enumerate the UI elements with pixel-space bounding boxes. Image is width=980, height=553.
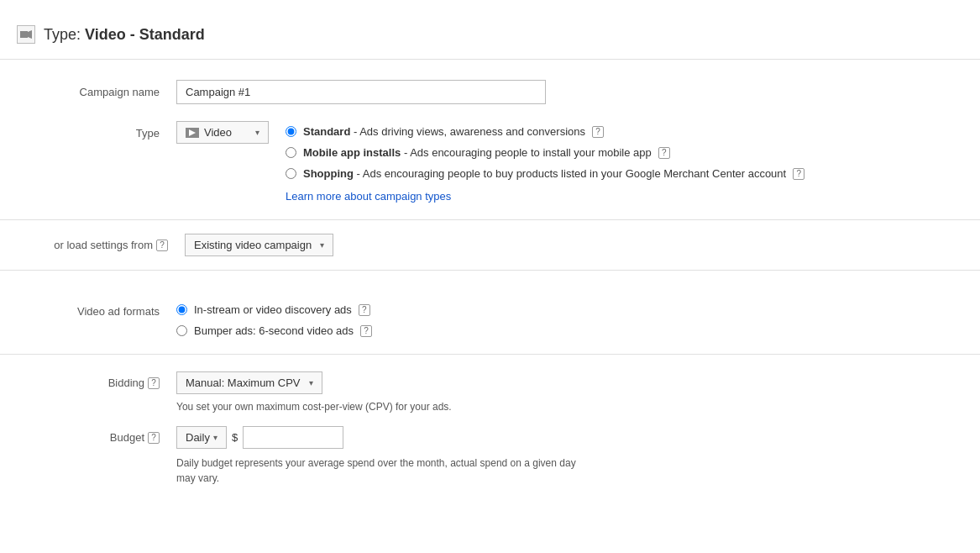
instream-help-icon[interactable]: ?: [359, 304, 370, 316]
bidding-dropdown[interactable]: Manual: Maximum CPV ▾: [176, 371, 322, 394]
dollar-sign: $: [232, 431, 238, 444]
learn-more-link[interactable]: Learn more about campaign types: [286, 190, 804, 203]
budget-amount-input[interactable]: [243, 426, 343, 449]
load-settings-row: or load settings from ? Existing video c…: [0, 219, 980, 271]
radio-shopping[interactable]: [286, 168, 296, 179]
radio-item-shopping: Shopping - Ads encouraging people to buy…: [286, 167, 804, 180]
type-control: Video ▾ Standard - Ads driving views, aw…: [176, 121, 963, 203]
type-dropdown-arrow: ▾: [255, 128, 259, 137]
bidding-dropdown-arrow: ▾: [309, 378, 313, 387]
radio-standard-label[interactable]: Standard - Ads driving views, awareness …: [303, 125, 585, 138]
radio-mobile[interactable]: [286, 147, 296, 158]
campaign-name-input[interactable]: [176, 80, 546, 104]
bidding-section: Bidding ? Manual: Maximum CPV ▾ You set …: [0, 354, 980, 486]
form-section: Campaign name Type Video ▾ Sta: [0, 80, 980, 203]
video-icon: [186, 128, 199, 138]
radio-shopping-label[interactable]: Shopping - Ads encouraging people to buy…: [303, 167, 786, 180]
load-settings-help-icon[interactable]: ?: [156, 240, 168, 251]
budget-label: Budget ?: [17, 431, 176, 444]
daily-dropdown-label: Daily: [186, 431, 210, 444]
page-title: Type: Video - Standard: [44, 26, 205, 44]
bidding-help-icon[interactable]: ?: [148, 377, 160, 389]
campaign-name-label: Campaign name: [17, 80, 176, 98]
radio-bumper-input[interactable]: [176, 325, 187, 336]
mobile-help-icon[interactable]: ?: [658, 147, 670, 159]
bidding-dropdown-label: Manual: Maximum CPV: [186, 377, 301, 389]
type-dropdown-label: Video: [204, 126, 232, 139]
page-header: Type: Video - Standard: [0, 17, 980, 60]
load-settings-dropdown-label: Existing video campaign: [194, 239, 312, 251]
type-label: Type: [17, 121, 176, 140]
budget-help-icon[interactable]: ?: [148, 432, 160, 444]
radio-mobile-label[interactable]: Mobile app installs - Ads encouraging pe…: [303, 146, 652, 159]
load-settings-arrow: ▾: [320, 240, 324, 250]
video-ad-formats-inner: Video ad formats In-stream or video disc…: [17, 301, 963, 337]
radio-instream-label[interactable]: In-stream or video discovery ads: [194, 303, 352, 316]
load-settings-dropdown[interactable]: Existing video campaign ▾: [185, 234, 333, 256]
daily-dropdown-arrow: ▾: [213, 433, 217, 442]
radio-instream-input[interactable]: [176, 304, 187, 315]
campaign-name-row: Campaign name: [17, 80, 963, 104]
standard-help-icon[interactable]: ?: [592, 126, 604, 138]
type-dropdown[interactable]: Video ▾: [176, 121, 269, 144]
bidding-helper-text: You set your own maximum cost-per-view (…: [176, 401, 963, 413]
svg-marker-1: [28, 30, 32, 39]
bumper-help-icon[interactable]: ?: [360, 325, 372, 337]
bidding-label: Bidding ?: [17, 377, 176, 389]
load-settings-label: or load settings from ?: [17, 239, 176, 251]
radio-item-standard: Standard - Ads driving views, awareness …: [286, 125, 804, 138]
campaign-name-control: [176, 80, 963, 104]
type-row: Type Video ▾ Standard - Ads driving view…: [17, 121, 963, 203]
video-ad-format-label: Video ad formats: [17, 301, 176, 318]
budget-row: Budget ? Daily ▾ $: [17, 426, 963, 449]
radio-standard[interactable]: [286, 126, 296, 137]
radio-bumper: Bumper ads: 6-second video ads ?: [176, 324, 372, 337]
shopping-help-icon[interactable]: ?: [793, 168, 804, 180]
budget-helper-text: Daily budget represents your average spe…: [176, 456, 596, 486]
bidding-row: Bidding ? Manual: Maximum CPV ▾: [17, 371, 963, 394]
video-ad-formats-section: Video ad formats In-stream or video disc…: [0, 287, 980, 354]
radio-bumper-label[interactable]: Bumper ads: 6-second video ads: [194, 324, 354, 337]
budget-input-area: Daily ▾ $: [176, 426, 343, 449]
type-radio-group: Standard - Ads driving views, awareness …: [286, 121, 804, 203]
daily-dropdown[interactable]: Daily ▾: [176, 426, 227, 449]
video-ad-format-radio-group: In-stream or video discovery ads ? Bumpe…: [176, 301, 372, 337]
svg-rect-0: [20, 31, 28, 38]
radio-instream: In-stream or video discovery ads ?: [176, 303, 372, 316]
type-row-content: Video ▾ Standard - Ads driving views, aw…: [176, 121, 963, 203]
video-camera-icon: [17, 25, 35, 44]
radio-item-mobile: Mobile app installs - Ads encouraging pe…: [286, 146, 804, 159]
